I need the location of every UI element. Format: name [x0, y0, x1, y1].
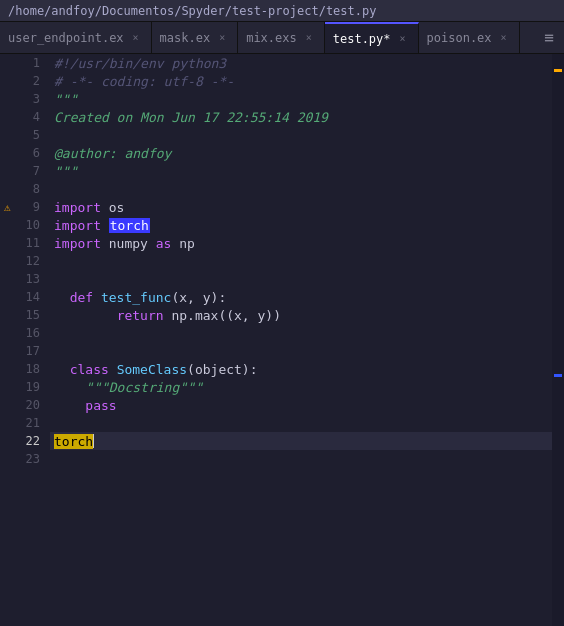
- gutter-line-6: 6: [0, 144, 50, 162]
- code-line-6: @author: andfoy: [50, 144, 552, 162]
- gutter-line-13: 13: [0, 270, 50, 288]
- code-line-10: import torch: [50, 216, 552, 234]
- tab-poison-label: poison.ex: [427, 31, 492, 45]
- gutter-line-10: 10: [0, 216, 50, 234]
- line-number-9: 9: [33, 200, 40, 214]
- gutter-line-11: 11: [0, 234, 50, 252]
- line-number-6: 6: [33, 146, 40, 160]
- tab-menu-button[interactable]: ≡: [534, 22, 564, 53]
- line-number-20: 20: [26, 398, 40, 412]
- gutter-line-1: 1: [0, 54, 50, 72]
- line-number-21: 21: [26, 416, 40, 430]
- code-line-22[interactable]: torch: [50, 432, 552, 450]
- gutter-line-9: ⚠9: [0, 198, 50, 216]
- gutter-line-22: 22: [0, 432, 50, 450]
- gutter-line-23: 23: [0, 450, 50, 468]
- code-line-8: [50, 180, 552, 198]
- gutter-line-2: 2: [0, 72, 50, 90]
- tab-mix[interactable]: mix.exs×: [238, 22, 325, 53]
- line-number-10: 10: [26, 218, 40, 232]
- line-number-7: 7: [33, 164, 40, 178]
- line-number-4: 4: [33, 110, 40, 124]
- line-number-14: 14: [26, 290, 40, 304]
- line-number-18: 18: [26, 362, 40, 376]
- line-number-1: 1: [33, 56, 40, 70]
- code-line-16: [50, 324, 552, 342]
- code-line-14: def test_func(x, y):: [50, 288, 552, 306]
- gutter-line-5: 5: [0, 126, 50, 144]
- tab-user-endpoint-close[interactable]: ×: [129, 31, 143, 45]
- title-bar: /home/andfoy/Documentos/Spyder/test-proj…: [0, 0, 564, 22]
- line-number-15: 15: [26, 308, 40, 322]
- code-line-11: import numpy as np: [50, 234, 552, 252]
- gutter-line-14: 14: [0, 288, 50, 306]
- code-line-2: # -*- coding: utf-8 -*-: [50, 72, 552, 90]
- warning-icon-9: ⚠: [4, 201, 11, 214]
- gutter-line-15: 15: [0, 306, 50, 324]
- code-editor[interactable]: #!/usr/bin/env python3# -*- coding: utf-…: [50, 54, 552, 626]
- code-line-1: #!/usr/bin/env python3: [50, 54, 552, 72]
- scroll-mark-active: [554, 374, 562, 377]
- tab-poison-close[interactable]: ×: [497, 31, 511, 45]
- code-line-19: """Docstring""": [50, 378, 552, 396]
- tab-test-label: test.py*: [333, 32, 391, 46]
- tab-user-endpoint[interactable]: user_endpoint.ex×: [0, 22, 152, 53]
- gutter-line-17: 17: [0, 342, 50, 360]
- code-line-3: """: [50, 90, 552, 108]
- code-line-9: import os: [50, 198, 552, 216]
- code-line-12: [50, 252, 552, 270]
- code-line-23: [50, 450, 552, 468]
- line-number-22: 22: [26, 434, 40, 448]
- line-number-gutter: 12345678⚠91011121314151617181920212223: [0, 54, 50, 626]
- line-number-3: 3: [33, 92, 40, 106]
- tab-mask[interactable]: mask.ex×: [152, 22, 239, 53]
- tab-mix-label: mix.exs: [246, 31, 297, 45]
- tab-bar: user_endpoint.ex×mask.ex×mix.exs×test.py…: [0, 22, 564, 54]
- tab-poison[interactable]: poison.ex×: [419, 22, 520, 53]
- line-number-12: 12: [26, 254, 40, 268]
- code-line-18: class SomeClass(object):: [50, 360, 552, 378]
- gutter-line-4: 4: [0, 108, 50, 126]
- editor: 12345678⚠91011121314151617181920212223 #…: [0, 54, 564, 626]
- line-number-17: 17: [26, 344, 40, 358]
- scrollbar[interactable]: [552, 54, 564, 626]
- line-number-5: 5: [33, 128, 40, 142]
- line-number-23: 23: [26, 452, 40, 466]
- line-number-11: 11: [26, 236, 40, 250]
- code-line-20: pass: [50, 396, 552, 414]
- gutter-line-20: 20: [0, 396, 50, 414]
- scroll-mark-warning: [554, 69, 562, 72]
- gutter-line-12: 12: [0, 252, 50, 270]
- code-line-15: return np.max((x, y)): [50, 306, 552, 324]
- tab-mix-close[interactable]: ×: [302, 31, 316, 45]
- gutter-line-19: 19: [0, 378, 50, 396]
- tab-test[interactable]: test.py*×: [325, 22, 419, 53]
- tab-test-close[interactable]: ×: [396, 32, 410, 46]
- gutter-line-3: 3: [0, 90, 50, 108]
- code-line-5: [50, 126, 552, 144]
- gutter-line-16: 16: [0, 324, 50, 342]
- code-line-4: Created on Mon Jun 17 22:55:14 2019: [50, 108, 552, 126]
- line-number-19: 19: [26, 380, 40, 394]
- line-number-13: 13: [26, 272, 40, 286]
- tab-mask-close[interactable]: ×: [215, 31, 229, 45]
- gutter-line-7: 7: [0, 162, 50, 180]
- tab-mask-label: mask.ex: [160, 31, 211, 45]
- tab-user-endpoint-label: user_endpoint.ex: [8, 31, 124, 45]
- line-number-8: 8: [33, 182, 40, 196]
- code-line-7: """: [50, 162, 552, 180]
- code-line-21: [50, 414, 552, 432]
- gutter-line-21: 21: [0, 414, 50, 432]
- line-number-16: 16: [26, 326, 40, 340]
- gutter-line-8: 8: [0, 180, 50, 198]
- code-line-17: [50, 342, 552, 360]
- code-line-13: [50, 270, 552, 288]
- gutter-line-18: 18: [0, 360, 50, 378]
- title-path: /home/andfoy/Documentos/Spyder/test-proj…: [8, 4, 376, 18]
- line-number-2: 2: [33, 74, 40, 88]
